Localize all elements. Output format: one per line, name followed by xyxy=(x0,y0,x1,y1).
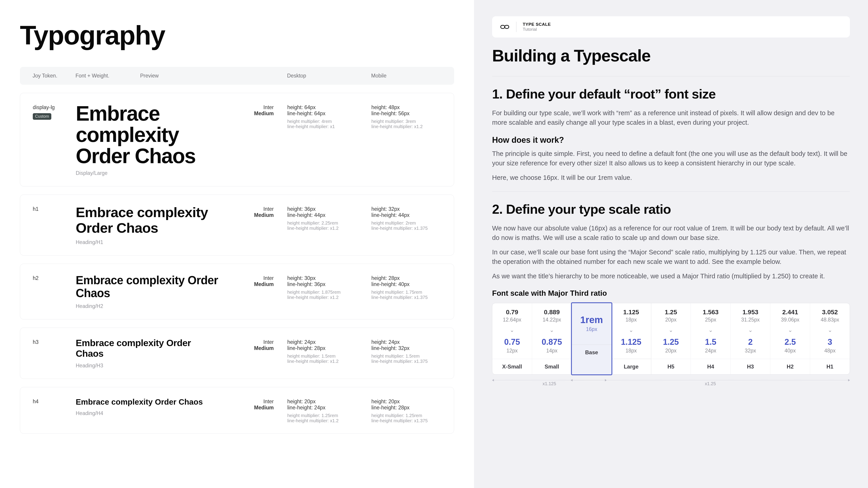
type-row: h4Embrace complexity Order ChaosHeading/… xyxy=(20,387,454,433)
scale-rounded: 1.125 xyxy=(612,337,651,347)
scale-exact-px: 48.83px xyxy=(810,317,850,323)
font-weight: Medium xyxy=(223,212,274,218)
scale-rounded: 2 xyxy=(731,337,770,347)
desktop-metrics: height: 24pxline-height: 28pxheight mult… xyxy=(287,338,371,369)
scale-rounded: 2.5 xyxy=(770,337,810,347)
section-2-body-2: In our case, we’ll scale our base font u… xyxy=(492,248,850,266)
scale-exact: 2.441 xyxy=(770,308,810,316)
mobile-height-mult: height multiplier: 1.75rem xyxy=(371,290,441,295)
section-2-heading: 2. Define your type scale ratio xyxy=(492,201,850,217)
desktop-lh-mult: line-height multiplier: x1.2 xyxy=(287,418,371,423)
desktop-lh-mult: line-height multiplier: x1.2 xyxy=(287,359,371,364)
desktop-metrics: height: 20pxline-height: 24pxheight mult… xyxy=(287,397,371,423)
base-value: 1rem xyxy=(572,315,612,325)
desktop-height-mult: height multiplier: 1.25rem xyxy=(287,413,371,418)
mobile-lh-mult: line-height multiplier: x1.375 xyxy=(371,359,441,364)
desktop-metrics: height: 30pxline-height: 36pxheight mult… xyxy=(287,274,371,309)
sample-text: Embrace complexity Order Chaos xyxy=(76,205,218,235)
scale-foot: H5 xyxy=(651,359,691,375)
link-icon xyxy=(500,24,510,30)
topbar-title: TYPE SCALE xyxy=(523,22,551,27)
sample-text: Embrace complexity Order Chaos xyxy=(76,274,218,300)
mobile-metrics: height: 32pxline-height: 44pxheight mult… xyxy=(371,205,441,245)
font-family: Inter xyxy=(223,206,274,212)
font-cell: InterMedium xyxy=(223,103,287,176)
scale-exact: 0.889 xyxy=(532,308,572,316)
category-label: Heading/H1 xyxy=(76,239,218,246)
chevron-down-icon: ⌄ xyxy=(810,327,850,333)
scale-exact-px: 18px xyxy=(612,317,651,323)
scale-exact: 0.79 xyxy=(492,308,532,316)
token-name: h3 xyxy=(33,339,76,345)
mobile-line-height: line-height: 40px xyxy=(371,281,441,287)
desktop-height: height: 64px xyxy=(287,104,371,110)
scale-rounded: 0.875 xyxy=(532,337,572,347)
token-cell: h1 xyxy=(33,205,76,245)
token-cell: display-lgCustom xyxy=(33,103,76,176)
font-weight: Medium xyxy=(223,345,274,351)
mobile-line-height: line-height: 44px xyxy=(371,212,441,218)
section-1-body-3: Here, we choose 16px. It will be our 1re… xyxy=(492,173,850,182)
mobile-height: height: 20px xyxy=(371,398,441,404)
mobile-metrics: height: 24pxline-height: 32pxheight mult… xyxy=(371,338,441,369)
scale-col: 0.88914.22px⌄0.87514pxSmall xyxy=(532,303,572,375)
scale-table: 0.7912.64px⌄0.7512pxX-Small0.88914.22px⌄… xyxy=(492,303,850,375)
scale-rounded-px: 20px xyxy=(651,348,691,354)
ratio-label-heading: x1.25 xyxy=(571,381,850,386)
scale-exact: 1.953 xyxy=(731,308,770,316)
desktop-height: height: 30px xyxy=(287,275,371,281)
preview-cell: Embrace complexity Order ChaosHeading/H4 xyxy=(76,397,223,423)
token-name: h2 xyxy=(33,275,76,281)
scale-exact-px: 25px xyxy=(691,317,730,323)
desktop-lh-mult: line-height multiplier: x1.2 xyxy=(287,226,371,231)
type-row: h1Embrace complexity Order ChaosHeading/… xyxy=(20,195,454,255)
mobile-lh-mult: line-height multiplier: x1.375 xyxy=(371,418,441,423)
scale-exact-px: 31.25px xyxy=(731,317,770,323)
token-cell: h2 xyxy=(33,274,76,309)
category-label: Heading/H2 xyxy=(76,303,218,309)
desktop-line-height: line-height: 36px xyxy=(287,281,371,287)
scale-rounded-px: 32px xyxy=(731,348,770,354)
mobile-metrics: height: 48pxline-height: 56pxheight mult… xyxy=(371,103,441,176)
type-row: h3Embrace complexity Order ChaosHeading/… xyxy=(20,328,454,379)
divider xyxy=(516,22,517,32)
mobile-lh-mult: line-height multiplier: x1.375 xyxy=(371,295,441,300)
font-cell: InterMedium xyxy=(223,397,287,423)
scale-exact: 1.563 xyxy=(691,308,730,316)
divider xyxy=(492,191,850,192)
scale-foot: Small xyxy=(532,359,572,375)
scale-rounded-px: 48px xyxy=(810,348,850,354)
scale-col: 2.44139.06px⌄2.540pxH2 xyxy=(770,303,810,375)
header-token: Joy Token. xyxy=(33,73,75,79)
svg-rect-0 xyxy=(501,25,505,29)
header-font: Font + Weight. xyxy=(75,73,140,79)
mobile-height-mult: height multiplier: 1.25rem xyxy=(371,413,441,418)
scale-col: 1.2520px⌄1.2520pxH5 xyxy=(651,303,691,375)
mobile-height: height: 28px xyxy=(371,275,441,281)
scale-foot: Base xyxy=(572,345,612,360)
token-name: display-lg xyxy=(33,104,76,110)
mobile-line-height: line-height: 32px xyxy=(371,345,441,351)
divider xyxy=(492,76,850,76)
mobile-height: height: 48px xyxy=(371,104,441,110)
scale-exact: 1.25 xyxy=(651,308,691,316)
scale-exact: 1.125 xyxy=(612,308,651,316)
scale-col-base: 1rem16pxBase xyxy=(571,302,612,375)
desktop-line-height: line-height: 24px xyxy=(287,404,371,411)
desktop-height: height: 20px xyxy=(287,398,371,404)
category-label: Heading/H4 xyxy=(76,410,218,416)
chevron-down-icon: ⌄ xyxy=(770,327,810,333)
desktop-line-height: line-height: 28px xyxy=(287,345,371,351)
spec-rows: display-lgCustomEmbrace complexity Order… xyxy=(20,93,454,433)
scale-table-heading: Font scale with Major Third ratio xyxy=(492,289,850,297)
scale-foot: X-Small xyxy=(492,359,532,375)
desktop-metrics: height: 64pxline-height: 64pxheight mult… xyxy=(287,103,371,176)
desktop-height-mult: height multiplier: 1.5rem xyxy=(287,354,371,359)
scale-foot: H3 xyxy=(731,359,770,375)
scale-rounded: 1.5 xyxy=(691,337,730,347)
tutorial-topbar: TYPE SCALE Tutorial xyxy=(492,16,850,37)
chevron-down-icon: ⌄ xyxy=(691,327,730,333)
desktop-lh-mult: line-height multiplier: x1 xyxy=(287,124,371,129)
base-px: 16px xyxy=(572,326,612,332)
desktop-height-mult: height multiplier: 4rem xyxy=(287,119,371,124)
